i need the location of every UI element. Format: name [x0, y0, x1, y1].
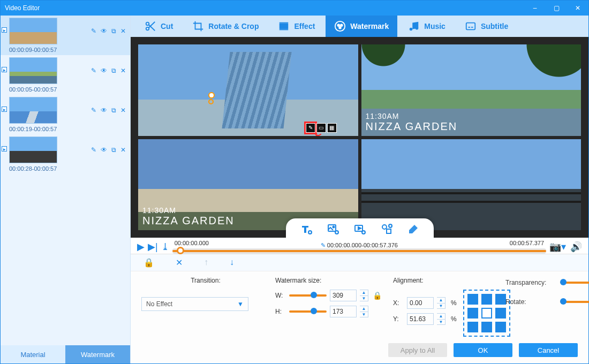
- transparency-slider[interactable]: [560, 282, 589, 284]
- preview-cell[interactable]: [361, 139, 582, 231]
- rotate-slider[interactable]: [560, 301, 589, 303]
- align-bc[interactable]: [481, 322, 492, 332]
- y-stepper[interactable]: ▲▼: [437, 313, 445, 325]
- clip-item[interactable]: ▶ ✎ 👁 ⧉ ✕ 00:00:19-00:00:57: [1, 95, 130, 134]
- x-input[interactable]: 0.00: [407, 297, 434, 309]
- tab-subtitle[interactable]: Subtitle: [456, 16, 517, 37]
- copy-icon[interactable]: ⧉: [111, 146, 116, 154]
- align-ml[interactable]: [467, 308, 478, 318]
- height-slider[interactable]: [289, 310, 327, 313]
- delete-icon[interactable]: ✕: [120, 107, 126, 114]
- timeline-track[interactable]: [172, 248, 546, 254]
- tab-watermark[interactable]: Watermark: [326, 16, 397, 37]
- apply-all-button[interactable]: Apply to All: [388, 343, 447, 357]
- preview-cell[interactable]: 11:30AM NIZZA GARDEN: [138, 139, 358, 231]
- eye-icon[interactable]: 👁: [101, 146, 107, 154]
- export-frame-button[interactable]: ⤓: [161, 241, 169, 253]
- lock-aspect-icon[interactable]: 🔒: [373, 291, 382, 300]
- tab-material[interactable]: Material: [1, 345, 65, 363]
- lock-button[interactable]: 🔒: [144, 257, 154, 268]
- eye-icon[interactable]: 👁: [101, 107, 107, 114]
- alignment-label: Alignment:: [393, 277, 500, 284]
- clip-thumbnail: [9, 97, 57, 124]
- tab-watermark[interactable]: Watermark: [65, 345, 130, 363]
- add-shape-button[interactable]: [380, 223, 393, 236]
- tab-effect[interactable]: Effect: [269, 16, 323, 37]
- delete-icon[interactable]: ✕: [120, 67, 126, 74]
- step-button[interactable]: ▶|: [148, 241, 158, 253]
- preview-cell[interactable]: 11:30AM NIZZA GARDEN: [361, 44, 582, 136]
- align-mc[interactable]: [481, 308, 492, 318]
- align-br[interactable]: [495, 322, 506, 332]
- add-video-button[interactable]: [353, 223, 366, 236]
- svg-rect-2: [280, 24, 289, 29]
- clip-tools: ✎ 👁 ⧉ ✕: [61, 27, 126, 35]
- clip-item[interactable]: ▶ ✎ 👁 ⧉ ✕ 00:00:09-00:00:57: [1, 16, 130, 55]
- watermark-delete-button[interactable]: ▦: [327, 123, 337, 133]
- align-mr[interactable]: [495, 308, 506, 318]
- copy-icon[interactable]: ⧉: [111, 67, 116, 74]
- move-down-button[interactable]: ↓: [230, 257, 234, 268]
- align-tr[interactable]: [495, 294, 506, 305]
- edit-icon[interactable]: ✎: [91, 27, 96, 35]
- chevron-up-icon[interactable]: ︿: [357, 213, 363, 221]
- window-minimize-button[interactable]: –: [524, 1, 546, 16]
- timeline-start: 00:00:00.000: [175, 240, 209, 246]
- tab-rotate-crop[interactable]: Rotate & Crop: [184, 16, 267, 37]
- edit-watermark-button[interactable]: ✎: [306, 123, 315, 133]
- delete-button[interactable]: ✕: [176, 257, 183, 268]
- edit-icon[interactable]: ✎: [91, 67, 96, 74]
- lower-panel: 🔒 ✕ ↑ ↓ Transition: No Effect ▼: [131, 254, 588, 363]
- window-close-button[interactable]: ✕: [567, 1, 588, 16]
- copy-icon[interactable]: ⧉: [111, 107, 116, 114]
- watermark-option-button[interactable]: ▭: [316, 123, 326, 133]
- play-button[interactable]: ▶: [137, 241, 145, 253]
- volume-button[interactable]: 🔊: [570, 241, 582, 253]
- ok-button[interactable]: OK: [454, 343, 512, 357]
- align-tc[interactable]: [481, 294, 492, 305]
- eye-icon[interactable]: 👁: [101, 67, 107, 74]
- alignment-group: Alignment: X: 0.00 ▲▼ % Y:: [393, 277, 500, 337]
- window-maximize-button[interactable]: ▢: [546, 1, 567, 16]
- width-input[interactable]: 309: [330, 290, 357, 301]
- sidebar-tabs: Material Watermark: [1, 345, 130, 363]
- align-tl[interactable]: [467, 294, 478, 305]
- chevron-down-icon: ▼: [237, 300, 244, 308]
- resize-handle-icon[interactable]: [208, 92, 215, 98]
- tab-music[interactable]: Music: [399, 16, 454, 37]
- edit-icon[interactable]: ✎: [91, 146, 96, 154]
- transition-select[interactable]: No Effect ▼: [141, 297, 248, 311]
- cancel-button[interactable]: Cancel: [519, 343, 578, 357]
- rotate-label: Rotate:: [505, 298, 555, 306]
- width-stepper[interactable]: ▲▼: [360, 290, 368, 301]
- edit-icon[interactable]: ✎: [91, 107, 96, 114]
- copy-icon[interactable]: ⧉: [111, 27, 116, 35]
- preview-cell[interactable]: ✎ ▭ ▦: [138, 44, 358, 136]
- delete-icon[interactable]: ✕: [120, 146, 126, 154]
- clip-time: 00:00:05-00:00:57: [9, 86, 126, 93]
- clip-item[interactable]: ▶ ✎ 👁 ⧉ ✕ 00:00:28-00:00:57: [1, 134, 130, 174]
- timeline-end: 00:00:57.377: [510, 240, 544, 246]
- align-bl[interactable]: [467, 322, 478, 332]
- width-slider[interactable]: [289, 294, 327, 297]
- app-title: Video Editor: [5, 4, 524, 12]
- clip-item[interactable]: ▶ ✎ 👁 ⧉ ✕ 00:00:05-00:00:57: [1, 55, 130, 95]
- height-stepper[interactable]: ▲▼: [360, 306, 368, 317]
- scissors-icon: [145, 20, 156, 32]
- svg-point-0: [146, 22, 149, 26]
- add-text-button[interactable]: [300, 223, 313, 236]
- height-input[interactable]: 173: [330, 306, 357, 317]
- move-up-button[interactable]: ↑: [204, 257, 208, 268]
- snapshot-button[interactable]: 📷▾: [549, 241, 566, 253]
- playhead-icon[interactable]: [177, 247, 184, 254]
- svg-point-9: [410, 28, 413, 31]
- svg-point-10: [416, 27, 419, 29]
- x-stepper[interactable]: ▲▼: [437, 297, 445, 309]
- eye-icon[interactable]: 👁: [101, 27, 107, 35]
- delete-icon[interactable]: ✕: [120, 27, 126, 35]
- y-input[interactable]: 51.63: [407, 313, 434, 325]
- add-image-button[interactable]: [327, 223, 339, 236]
- tab-cut[interactable]: Cut: [136, 16, 182, 37]
- fill-button[interactable]: [407, 223, 420, 236]
- dialog-buttons: Apply to All OK Cancel: [131, 339, 588, 363]
